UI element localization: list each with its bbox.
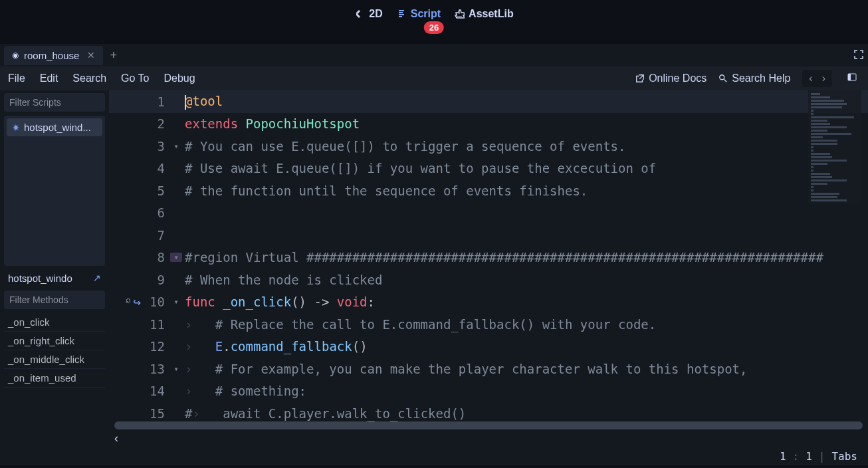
close-icon[interactable]: ✕ xyxy=(87,50,95,60)
menu-edit[interactable]: Edit xyxy=(40,72,58,84)
open-script-icon[interactable]: ↗ xyxy=(93,273,101,283)
code-line[interactable]: 4# Use await E.queue([]) if you want to … xyxy=(109,158,868,180)
cursor-line: 1 xyxy=(780,450,786,463)
code-content[interactable]: # Use await E.queue([]) if you want to p… xyxy=(182,161,656,176)
code-line[interactable]: 8#region Virtual #######################… xyxy=(109,247,868,269)
method-item[interactable]: _on_click xyxy=(4,313,105,332)
add-tab-button[interactable]: + xyxy=(110,49,117,62)
code-line[interactable]: 1@tool xyxy=(109,90,868,113)
line-number: 8 xyxy=(130,250,170,265)
cursor-col: 1 xyxy=(806,450,812,463)
nav-forward-icon[interactable]: › xyxy=(818,71,829,86)
search-help-button[interactable]: Search Help xyxy=(718,72,790,84)
fold-icon[interactable] xyxy=(170,297,182,306)
line-number: 2 xyxy=(130,116,170,131)
code-editor[interactable]: 1@tool2extends PopochiuHotspot3# You can… xyxy=(109,90,868,465)
workspace-2d[interactable]: 2D xyxy=(354,8,382,20)
code-line[interactable]: 15#› await C.player.walk_to_clicked() xyxy=(109,402,868,421)
script-menu-bar: File Edit Search Go To Debug Online Docs… xyxy=(0,66,868,90)
current-script-label: hotspot_windo xyxy=(8,273,72,284)
scene-tab[interactable]: ◉ room_house ✕ xyxy=(4,46,103,65)
method-item[interactable]: _on_item_used xyxy=(4,369,105,388)
online-docs-button[interactable]: Online Docs xyxy=(635,72,706,84)
code-content[interactable]: #region Virtual ########################… xyxy=(182,250,823,265)
nav-back-icon[interactable]: ‹ xyxy=(805,71,816,86)
code-content[interactable]: #› await C.player.walk_to_clicked() xyxy=(182,406,466,421)
code-line[interactable]: 11› # Replace the call to E.command_fall… xyxy=(109,313,868,336)
filter-methods-input[interactable] xyxy=(9,294,126,305)
separator: | xyxy=(819,450,825,463)
code-line[interactable]: 2extends PopochiuHotspot xyxy=(109,113,868,136)
code-content[interactable]: # the function until the sequence of eve… xyxy=(182,183,588,198)
scene-icon: ◉ xyxy=(12,51,19,60)
workspace-script[interactable]: Script xyxy=(396,8,441,20)
line-number: 9 xyxy=(130,273,170,287)
minimap[interactable] xyxy=(808,90,861,203)
menu-file[interactable]: File xyxy=(8,72,25,84)
collapse-panel-icon[interactable]: ‹ xyxy=(114,431,118,445)
error-count-badge[interactable]: 26 xyxy=(424,21,444,34)
code-line[interactable]: 6 xyxy=(109,202,868,225)
line-number: 14 xyxy=(130,384,170,398)
line-number: 11 xyxy=(130,317,170,332)
workspace-label: 2D xyxy=(369,8,382,20)
filter-scripts-input[interactable] xyxy=(9,97,126,108)
code-line[interactable]: 3# You can use E.queue([]) to trigger a … xyxy=(109,135,868,158)
method-item[interactable]: _on_right_click xyxy=(4,332,105,350)
menu-debug[interactable]: Debug xyxy=(163,72,195,84)
override-icon[interactable]: ↪ xyxy=(134,294,141,309)
script-list-item[interactable]: ✷ hotspot_wind... xyxy=(7,118,102,136)
line-number: 10 xyxy=(144,294,170,309)
workspace-label: AssetLib xyxy=(469,8,514,20)
code-content[interactable]: › # something: xyxy=(182,384,306,398)
line-number: 5 xyxy=(130,183,170,198)
line-number: 1 xyxy=(130,94,170,109)
svg-point-0 xyxy=(720,75,724,80)
workspace-assetlib[interactable]: AssetLib xyxy=(454,8,514,20)
current-script-row: hotspot_windo ↗ xyxy=(4,270,105,287)
fold-icon[interactable] xyxy=(170,364,182,374)
code-line[interactable]: 13› # For example, you can make the play… xyxy=(109,358,868,380)
line-number: 15 xyxy=(130,406,170,421)
line-number: 13 xyxy=(130,362,170,376)
code-line[interactable]: 7 xyxy=(109,224,868,247)
code-line[interactable]: 5# the function until the sequence of ev… xyxy=(109,179,868,202)
script-item-label: hotspot_wind... xyxy=(24,122,91,133)
line-number: 3 xyxy=(130,139,170,154)
code-line[interactable]: 12› E.command_fallback() xyxy=(109,336,868,358)
code-content[interactable]: func _on_click() -> void: xyxy=(182,294,375,309)
line-number: 6 xyxy=(130,205,170,220)
code-content[interactable]: › # For example, you can make the player… xyxy=(182,362,748,376)
code-line[interactable]: 9# When the node is clicked xyxy=(109,269,868,291)
script-list: ✷ hotspot_wind... xyxy=(4,116,105,266)
menu-search[interactable]: Search xyxy=(72,72,106,84)
status-bar: 1 : 1 | Tabs xyxy=(109,447,868,465)
indent-mode[interactable]: Tabs xyxy=(831,450,857,463)
script-sidebar: ⌕ ✷ hotspot_wind... hotspot_windo ↗ ⌕ _o… xyxy=(0,90,109,465)
code-content[interactable]: @tool xyxy=(182,94,223,110)
code-line[interactable]: 14› # something: xyxy=(109,380,868,403)
line-number: 12 xyxy=(130,339,170,354)
nav-history: ‹ › xyxy=(802,70,832,87)
code-line[interactable]: ↪10func _on_click() -> void: xyxy=(109,291,868,314)
code-content[interactable]: extends PopochiuHotspot xyxy=(182,116,360,131)
menu-goto[interactable]: Go To xyxy=(121,72,149,84)
toggle-panel-icon[interactable] xyxy=(844,69,860,88)
search-help-label: Search Help xyxy=(732,72,790,84)
fold-icon[interactable] xyxy=(170,142,182,151)
separator: : xyxy=(793,450,800,463)
method-item[interactable]: _on_middle_click xyxy=(4,350,105,369)
line-number: 4 xyxy=(130,161,170,176)
code-content[interactable]: # You can use E.queue([]) to trigger a s… xyxy=(182,139,625,154)
fold-icon[interactable] xyxy=(170,253,182,262)
code-content[interactable]: › # Replace the call to E.command_fallba… xyxy=(182,317,656,332)
gear-icon: ✷ xyxy=(12,122,20,133)
filter-methods-box[interactable]: ⌕ xyxy=(4,291,105,309)
horizontal-scrollbar[interactable] xyxy=(114,421,863,429)
filter-scripts-box[interactable]: ⌕ xyxy=(4,93,105,112)
code-content[interactable]: # When the node is clicked xyxy=(182,273,382,287)
distraction-free-icon[interactable] xyxy=(853,49,864,62)
online-docs-label: Online Docs xyxy=(649,72,706,84)
code-content[interactable]: › E.command_fallback() xyxy=(182,339,368,354)
workspace-label: Script xyxy=(411,8,441,20)
